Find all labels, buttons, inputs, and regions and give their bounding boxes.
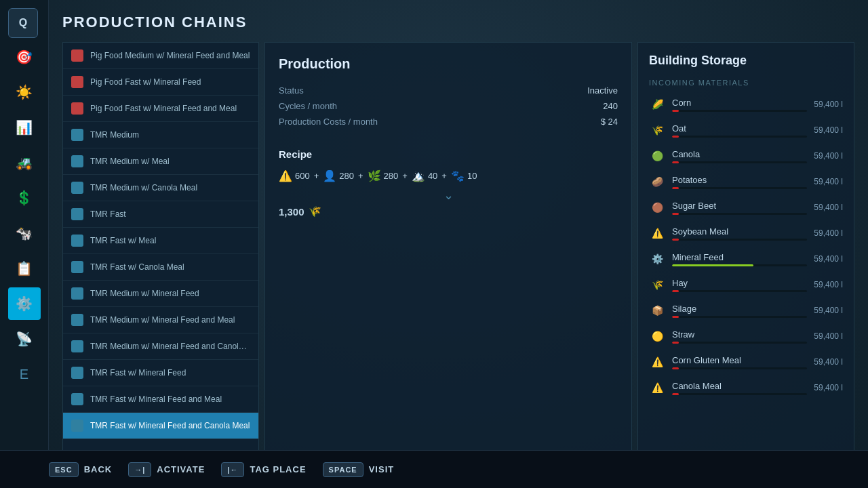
storage-item: 🟤Sugar Beet59,400 l: [644, 195, 848, 220]
storage-bar-bg: [672, 290, 807, 292]
storage-bar-bg: [672, 213, 807, 215]
storage-title: Building Storage: [638, 43, 854, 75]
storage-item-icon: 📦: [649, 302, 665, 319]
storage-item-info: Mineral Feed: [672, 252, 807, 266]
chain-item-5[interactable]: TMR Medium w/ Meal: [63, 148, 258, 175]
costs-row: Production Costs / month $ 24: [279, 117, 618, 127]
storage-item-info: Canola: [672, 149, 807, 163]
sidebar: 🌐🎯☀️📊🚜💲🐄📋⚙️📡E: [0, 0, 49, 488]
chain-item-4[interactable]: TMR Medium: [63, 122, 258, 148]
sidebar-icon-chart[interactable]: 📊: [8, 111, 41, 144]
sidebar-icon-dollar[interactable]: 💲: [8, 182, 41, 214]
storage-item-name: Canola: [672, 149, 807, 159]
storage-item-icon: ⚠️: [649, 225, 665, 241]
storage-bar-fill: [672, 239, 679, 241]
content-area: PRODUCTION CHAINS Pig Food Medium w/ Min…: [49, 0, 868, 488]
storage-item-icon: 🟢: [649, 148, 665, 164]
bottom-key-visit[interactable]: SPACEVISIT: [323, 462, 395, 477]
production-panel: Production Status Inactive Cycles / mont…: [264, 42, 632, 488]
q-button[interactable]: Q: [8, 8, 38, 38]
storage-item-info: Potatoes: [672, 175, 807, 189]
storage-amount: 59,400 l: [814, 383, 843, 392]
storage-amount: 59,400 l: [814, 254, 843, 264]
bottom-key-tag place[interactable]: |←TAG PLACE: [221, 462, 306, 477]
storage-amount: 59,400 l: [814, 151, 843, 161]
storage-item: 📦Silage59,400 l: [644, 298, 848, 323]
costs-label: Production Costs / month: [279, 117, 378, 127]
chain-label-13: TMR Fast w/ Mineral Feed: [90, 368, 186, 378]
chain-item-13[interactable]: TMR Fast w/ Mineral Feed: [63, 360, 258, 386]
key-badge: →|: [128, 462, 151, 477]
sidebar-icon-tractor[interactable]: 🚜: [8, 146, 41, 179]
chain-icon-2: [71, 76, 83, 88]
storage-amount: 59,400 l: [814, 280, 843, 289]
chain-item-15[interactable]: TMR Fast w/ Mineral Feed and Canola Meal: [63, 413, 258, 439]
storage-amount: 59,400 l: [814, 177, 843, 186]
recipe-row: ⚠️ 600 + 👤 280 + 🌿 280 +: [279, 169, 618, 182]
chain-icon-7: [71, 208, 83, 220]
storage-bar-fill: [672, 213, 679, 215]
storage-item: 🟡Straw59,400 l: [644, 324, 848, 348]
chain-icon-9: [71, 261, 83, 273]
chain-label-10: TMR Medium w/ Mineral Feed: [90, 289, 199, 298]
chain-label-8: TMR Fast w/ Meal: [90, 236, 156, 245]
chain-item-1[interactable]: Pig Food Medium w/ Mineral Feed and Meal: [63, 43, 258, 69]
sidebar-icon-satellite[interactable]: 📡: [8, 323, 41, 355]
recipe-icon-2: 👤: [323, 169, 336, 182]
sidebar-icon-documents[interactable]: 📋: [8, 252, 41, 285]
storage-item-name: Potatoes: [672, 175, 807, 185]
recipe-icon-3: 🌿: [368, 169, 381, 182]
sidebar-icon-E[interactable]: E: [8, 358, 41, 390]
sidebar-icon-factory[interactable]: ⚙️: [8, 287, 41, 320]
recipe-label: Recipe: [279, 148, 618, 160]
chain-label-7: TMR Fast: [90, 209, 126, 219]
chain-item-9[interactable]: TMR Fast w/ Canola Meal: [63, 254, 258, 281]
storage-item-info: Straw: [672, 329, 807, 344]
chain-label-12: TMR Medium w/ Mineral Feed and Canola M: [90, 342, 250, 351]
storage-bar-fill: [672, 161, 679, 163]
recipe-amount-1: 600: [295, 171, 310, 181]
plus-1: +: [314, 171, 319, 181]
status-row: Status Inactive: [279, 85, 618, 96]
recipe-item-2: 👤 280: [323, 169, 354, 182]
plus-3: +: [402, 171, 408, 181]
storage-bar-bg: [672, 110, 807, 112]
storage-item-name: Corn Gluten Meal: [672, 355, 807, 365]
storage-bar-fill: [672, 290, 679, 292]
storage-item: 🌽Corn59,400 l: [644, 92, 848, 117]
storage-item-name: Canola Meal: [672, 381, 807, 391]
sidebar-icon-steering[interactable]: 🎯: [8, 41, 41, 73]
chain-item-8[interactable]: TMR Fast w/ Meal: [63, 228, 258, 254]
storage-item-icon: 🌾: [649, 277, 665, 293]
chain-item-2[interactable]: Pig Food Fast w/ Mineral Feed: [63, 69, 258, 96]
sidebar-icon-animal[interactable]: 🐄: [8, 217, 41, 249]
chain-item-10[interactable]: TMR Medium w/ Mineral Feed: [63, 281, 258, 307]
storage-item-name: Sugar Beet: [672, 201, 807, 211]
chain-label-6: TMR Medium w/ Canola Meal: [90, 183, 197, 192]
storage-amount: 59,400 l: [814, 203, 843, 212]
key-label: VISIT: [369, 464, 395, 474]
storage-bar-bg: [672, 264, 807, 266]
recipe-output: 1,300 🌾: [279, 205, 618, 218]
chain-icon-15: [71, 420, 83, 432]
bottom-key-activate[interactable]: →|ACTIVATE: [128, 462, 205, 477]
storage-item-info: Hay: [672, 278, 807, 292]
chain-item-3[interactable]: Pig Food Fast w/ Mineral Feed and Meal: [63, 96, 258, 122]
chain-item-7[interactable]: TMR Fast: [63, 201, 258, 228]
storage-bar-fill: [672, 342, 679, 344]
bottom-key-back[interactable]: ESCBACK: [49, 462, 112, 477]
recipe-item-4: 🏔️ 40: [412, 169, 437, 182]
chain-label-1: Pig Food Medium w/ Mineral Feed and Meal: [90, 51, 250, 60]
storage-item: ⚙️Mineral Feed59,400 l: [644, 247, 848, 271]
page-title: PRODUCTION CHAINS: [62, 14, 854, 31]
chain-item-14[interactable]: TMR Fast w/ Mineral Feed and Meal: [63, 386, 258, 413]
chain-item-6[interactable]: TMR Medium w/ Canola Meal: [63, 175, 258, 201]
sidebar-icon-sun[interactable]: ☀️: [8, 76, 41, 108]
chain-icon-8: [71, 235, 83, 247]
chain-item-11[interactable]: TMR Medium w/ Mineral Feed and Meal: [63, 307, 258, 333]
storage-bar-fill: [672, 316, 679, 318]
status-label: Status: [279, 85, 304, 96]
key-badge: |←: [221, 462, 244, 477]
storage-amount: 59,400 l: [814, 100, 843, 109]
chain-item-12[interactable]: TMR Medium w/ Mineral Feed and Canola M: [63, 333, 258, 360]
